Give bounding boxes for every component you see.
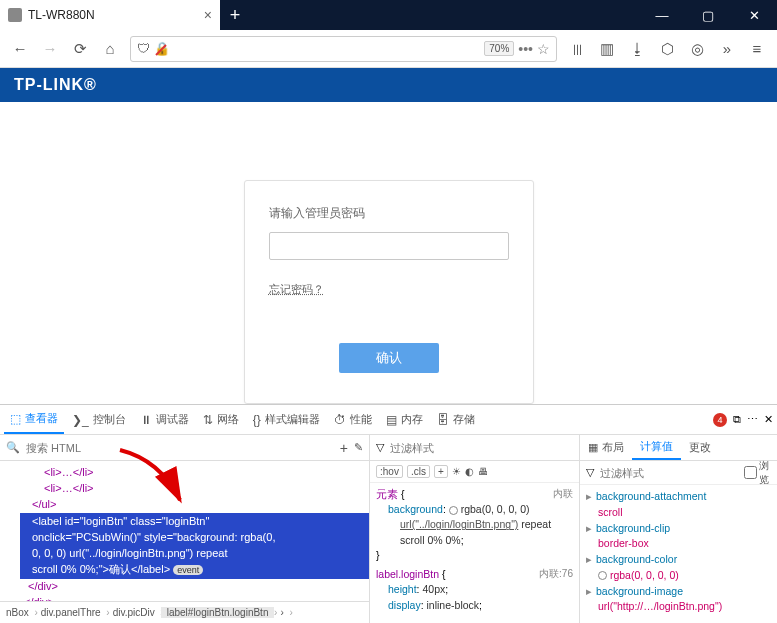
code-line: <label id="loginBtn" class="loginBtn"	[32, 514, 367, 530]
breadcrumb-item[interactable]: div.picDiv	[107, 607, 161, 618]
dom-tree[interactable]: <li>…</li> <li>…</li> </ul> <label id="l…	[0, 461, 369, 601]
event-badge[interactable]: event	[173, 565, 203, 575]
tab-label: 性能	[350, 412, 372, 427]
css-prop[interactable]: height	[388, 583, 417, 595]
color-swatch-icon[interactable]	[449, 506, 458, 515]
minimize-button[interactable]: —	[639, 0, 685, 30]
close-window-button[interactable]: ✕	[731, 0, 777, 30]
css-value[interactable]: inline-block	[427, 599, 480, 611]
dom-breadcrumbs[interactable]: nBox div.panelThre div.picDiv label#logi…	[0, 601, 369, 623]
dom-search-bar: 🔍 + ✎	[0, 435, 369, 461]
devtools-tab-style[interactable]: {}样式编辑器	[247, 405, 326, 434]
breadcrumb-overflow-icon[interactable]: ›	[274, 607, 289, 618]
browse-checkbox-label[interactable]: 浏览	[744, 459, 771, 487]
styles-filter-input[interactable]	[390, 442, 573, 454]
tab-label: 更改	[689, 440, 711, 455]
bookmark-star-icon[interactable]: ☆	[537, 41, 550, 57]
browser-tab[interactable]: TL-WR880N ×	[0, 0, 220, 30]
computed-properties[interactable]: ▸background-attachmentscroll ▸background…	[580, 485, 777, 623]
print-icon[interactable]: 🖶	[478, 466, 488, 477]
devtools-tab-network[interactable]: ⇅网络	[197, 405, 245, 434]
computed-row[interactable]: ▸background-imageurl("http://…/loginBtn.…	[586, 584, 771, 616]
computed-row[interactable]: ▸background-color rgba(0, 0, 0, 0)	[586, 552, 771, 584]
page-actions-icon[interactable]: •••	[518, 41, 533, 57]
window-titlebar: TL-WR880N × + — ▢ ✕	[0, 0, 777, 30]
reload-button[interactable]: ⟳	[66, 35, 94, 63]
brand-logo-text: TP-LINK®	[14, 76, 97, 94]
devtools-close-icon[interactable]: ✕	[764, 413, 773, 426]
forgot-password-link[interactable]: 忘记密码？	[269, 282, 324, 297]
error-count-badge[interactable]: 4	[713, 413, 727, 427]
devtools-tab-debugger[interactable]: ⏸调试器	[134, 405, 195, 434]
search-icon: 🔍	[6, 441, 20, 454]
rule-source[interactable]: 内联:76	[539, 567, 573, 582]
toolbar-overflow-icon[interactable]: »	[713, 35, 741, 63]
dom-node-selected[interactable]: <label id="loginBtn" class="loginBtn" on…	[20, 513, 369, 579]
devtools-dock-icon[interactable]: ⧉	[733, 413, 741, 426]
rule-source[interactable]: 内联	[553, 487, 573, 502]
extension1-icon[interactable]: ⬡	[653, 35, 681, 63]
dark-theme-icon[interactable]: ◐	[465, 466, 474, 477]
inspector-icon: ⬚	[10, 412, 21, 426]
tracking-blocked-icon[interactable]: 🔒	[154, 41, 170, 56]
storage-icon: 🗄	[437, 413, 449, 427]
tab-label: 网络	[217, 412, 239, 427]
sidebar-icon[interactable]: ▥	[593, 35, 621, 63]
devtools-tab-console[interactable]: ❯_控制台	[66, 405, 132, 434]
computed-tab[interactable]: 计算值	[632, 435, 681, 460]
add-element-icon[interactable]: +	[340, 440, 348, 456]
light-theme-icon[interactable]: ☀	[452, 466, 461, 477]
devtools-tab-inspector[interactable]: ⬚查看器	[4, 405, 64, 434]
maximize-button[interactable]: ▢	[685, 0, 731, 30]
downloads-icon[interactable]: ⭳	[623, 35, 651, 63]
extension2-icon[interactable]: ◎	[683, 35, 711, 63]
computed-row[interactable]: ▸background-attachmentscroll	[586, 489, 771, 521]
zoom-badge[interactable]: 70%	[484, 41, 514, 56]
devtools-tab-performance[interactable]: ⏱性能	[328, 405, 378, 434]
css-value[interactable]: 40px	[422, 583, 445, 595]
browse-checkbox[interactable]	[744, 466, 757, 479]
dom-node[interactable]: </div>	[20, 579, 369, 595]
devtools-tab-storage[interactable]: 🗄存储	[431, 405, 481, 434]
home-button[interactable]: ⌂	[96, 35, 124, 63]
hov-toggle[interactable]: :hov	[376, 465, 403, 478]
css-prop[interactable]: display	[388, 599, 421, 611]
cls-toggle[interactable]: .cls	[407, 465, 430, 478]
forward-button[interactable]: →	[36, 35, 64, 63]
rule-selector[interactable]: 元素	[376, 488, 398, 500]
tab-close-icon[interactable]: ×	[204, 7, 212, 23]
hamburger-menu-icon[interactable]: ≡	[743, 35, 771, 63]
new-tab-button[interactable]: +	[220, 0, 250, 30]
dom-node[interactable]: <li>…</li>	[20, 481, 369, 497]
breadcrumb-item-selected[interactable]: label#loginBtn.loginBtn	[161, 607, 275, 618]
shield-icon[interactable]: 🛡	[137, 41, 150, 56]
color-swatch-icon[interactable]	[598, 571, 607, 580]
url-bar[interactable]: 🛡 🔒 70% ••• ☆	[130, 36, 557, 62]
dom-node[interactable]: </ul>	[20, 497, 369, 513]
back-button[interactable]: ←	[6, 35, 34, 63]
url-input[interactable]	[174, 42, 480, 56]
computed-filter-input[interactable]	[600, 467, 738, 479]
devtools-more-icon[interactable]: ⋯	[747, 413, 758, 426]
dom-search-input[interactable]	[26, 442, 334, 454]
devtools-tab-memory[interactable]: ▤内存	[380, 405, 429, 434]
changes-tab[interactable]: 更改	[681, 435, 719, 460]
breadcrumb-item[interactable]: div.panelThre	[35, 607, 107, 618]
css-value[interactable]: rgba(0, 0, 0, 0)	[461, 503, 530, 515]
css-prop[interactable]: background	[388, 503, 443, 515]
styles-rules[interactable]: 元素 {内联 background: rgba(0, 0, 0, 0) url(…	[370, 483, 579, 623]
eyedropper-icon[interactable]: ✎	[354, 441, 363, 454]
login-panel: 请输入管理员密码 忘记密码？ 确认	[244, 180, 534, 404]
add-rule-icon[interactable]: +	[434, 465, 448, 478]
css-url[interactable]: url("../login/loginBtn.png")	[400, 518, 518, 530]
library-icon[interactable]: ⫼	[563, 35, 591, 63]
layout-tab[interactable]: ▦布局	[580, 435, 632, 460]
dom-node[interactable]: <li>…</li>	[20, 465, 369, 481]
styles-toolbar: :hov .cls + ☀ ◐ 🖶	[370, 461, 579, 483]
computed-row[interactable]: ▸background-clipborder-box	[586, 521, 771, 553]
rule-selector[interactable]: label.loginBtn	[376, 568, 439, 580]
breadcrumb-item[interactable]: nBox	[0, 607, 35, 618]
computed-tabbar: ▦布局 计算值 更改	[580, 435, 777, 461]
confirm-button[interactable]: 确认	[339, 343, 439, 373]
password-input[interactable]	[269, 232, 509, 260]
